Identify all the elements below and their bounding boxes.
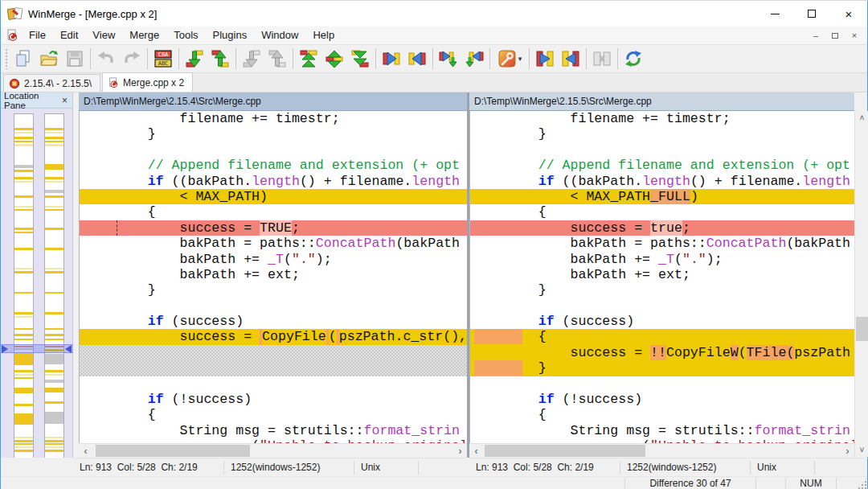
- save-icon: [65, 49, 84, 68]
- copy-all-left-button[interactable]: [558, 47, 583, 71]
- next-difference-button[interactable]: [182, 47, 207, 71]
- copy-right-and-advance-button[interactable]: [436, 47, 461, 71]
- code-line: }: [470, 282, 854, 298]
- right-editor[interactable]: filename += timestr; } // Append filenam…: [469, 111, 854, 443]
- auto-merge-icon: [592, 49, 612, 68]
- right-horizontal-scrollbar[interactable]: ‹ ›: [469, 443, 854, 457]
- minimize-button[interactable]: [756, 1, 793, 27]
- diff-stripe: [45, 401, 63, 404]
- menu-items: FileEditViewMergeToolsPluginsWindowHelp: [22, 27, 342, 44]
- copy-left-button[interactable]: [404, 47, 430, 71]
- code-line: {: [80, 407, 467, 422]
- copy-right-and-advance-icon: [439, 49, 458, 68]
- current-difference-button[interactable]: [321, 47, 347, 71]
- menu-help[interactable]: Help: [305, 29, 342, 41]
- next-conflict-button: [239, 47, 264, 71]
- code-line: [80, 360, 467, 376]
- diff-stripe: [14, 328, 33, 330]
- first-difference-button[interactable]: [296, 47, 321, 71]
- diff-stripe: [45, 209, 63, 211]
- menu-file[interactable]: File: [22, 29, 53, 41]
- toolbar-separator: [90, 48, 91, 69]
- menu-edit[interactable]: Edit: [53, 29, 85, 41]
- text-caret: [117, 220, 117, 236]
- dropdown-caret-icon[interactable]: ▾: [518, 55, 522, 63]
- auto-merge-button: [589, 47, 615, 71]
- left-horizontal-scrollbar[interactable]: ‹ ›: [79, 443, 467, 457]
- copy-left-and-advance-button[interactable]: [461, 47, 487, 71]
- options-icon: [497, 49, 517, 68]
- toolbar-grip[interactable]: [5, 48, 8, 69]
- location-pane-close-icon[interactable]: ×: [60, 95, 69, 106]
- options-button[interactable]: ▾: [493, 47, 526, 71]
- vertical-scrollbar[interactable]: ˄ ˅: [854, 111, 868, 457]
- current-difference-icon: [325, 49, 344, 68]
- diff-stripe: [14, 404, 33, 406]
- refresh-button[interactable]: [620, 47, 646, 71]
- copy-right-button[interactable]: [379, 47, 404, 71]
- maximize-button[interactable]: [793, 1, 830, 27]
- scroll-left-icon[interactable]: ‹: [469, 444, 483, 458]
- diff-stripe: [45, 388, 63, 392]
- code-line: [80, 376, 467, 392]
- tab-file-compare[interactable]: Merge.cpp x 2: [102, 72, 193, 92]
- location-pane: Location Pane ×: [1, 92, 73, 476]
- last-difference-button[interactable]: [347, 47, 373, 71]
- diff-stripe: [45, 271, 63, 273]
- save-button: [62, 47, 88, 71]
- scroll-right-icon[interactable]: ›: [841, 444, 854, 458]
- left-file-header[interactable]: D:\Temp\WinMerge\2.15.4\Src\Merge.cpp: [79, 92, 467, 111]
- menu-merge[interactable]: Merge: [122, 29, 166, 41]
- scroll-left-icon[interactable]: ‹: [79, 444, 92, 458]
- menu-plugins[interactable]: Plugins: [206, 29, 255, 41]
- menu-view[interactable]: View: [85, 29, 122, 41]
- toolbar: CBAABC▾: [1, 45, 867, 73]
- undo-button: [93, 47, 119, 71]
- open-button[interactable]: [36, 47, 62, 71]
- diff-stripe: [45, 443, 63, 445]
- location-bar-left[interactable]: [14, 113, 34, 467]
- mdi-controls: – ×: [806, 28, 864, 43]
- tab-folder-compare[interactable]: 2.15.4\ - 2.15.5\: [3, 74, 100, 92]
- menu-window[interactable]: Window: [254, 29, 305, 41]
- new-button[interactable]: [10, 47, 36, 71]
- previous-difference-button[interactable]: [207, 47, 233, 71]
- swap-panes-button[interactable]: CBAABC: [150, 47, 176, 71]
- right-hscroll-thumb[interactable]: [485, 445, 645, 457]
- code-line: [470, 142, 854, 158]
- left-hscroll-thumb[interactable]: [96, 445, 250, 457]
- diff-stripe: [45, 190, 63, 193]
- copy-all-right-button[interactable]: [532, 47, 558, 71]
- location-bar-right[interactable]: [44, 113, 64, 467]
- new-icon: [14, 49, 33, 68]
- right-file-header[interactable]: D:\Temp\WinMerge\2.15.5\Src\Merge.cpp: [469, 92, 854, 111]
- mdi-minimize-button[interactable]: –: [806, 28, 825, 43]
- mdi-close-button[interactable]: ×: [845, 28, 864, 43]
- cursor-position: Ln: 913 Col: 5/28 Ch: 2/19: [73, 461, 224, 475]
- undo-icon: [96, 49, 116, 68]
- redo-icon: [122, 49, 141, 68]
- code-line: bakPath = paths::ConcatPath(bakPath: [80, 236, 467, 251]
- diff-stripe: [14, 370, 33, 372]
- diff-stripe: [14, 374, 33, 376]
- menu-bar: FileEditViewMergeToolsPluginsWindowHelp …: [1, 27, 867, 45]
- diff-stripe: [14, 388, 33, 393]
- resize-grip[interactable]: [856, 478, 867, 489]
- diff-stripe: [45, 380, 63, 383]
- diff-stripe: [14, 450, 33, 452]
- mdi-restore-button[interactable]: [825, 28, 845, 43]
- menu-tools[interactable]: Tools: [166, 29, 205, 41]
- diff-stripe: [14, 437, 33, 438]
- scroll-down-icon[interactable]: ˅: [855, 443, 868, 457]
- close-button[interactable]: ×: [830, 1, 867, 27]
- toolbar-separator: [147, 48, 148, 69]
- location-view-marker[interactable]: [1, 344, 73, 353]
- diff-stripe: [14, 165, 33, 168]
- code-line: {: [470, 407, 854, 422]
- vscroll-thumb[interactable]: [856, 317, 868, 341]
- scroll-right-icon[interactable]: ›: [453, 444, 467, 458]
- winmerge-window: WinMerge - [Merge.cpp x 2] × FileEditVie…: [0, 0, 868, 489]
- diff-stripe: [45, 292, 63, 294]
- scroll-up-icon[interactable]: ˄: [855, 111, 868, 125]
- left-editor[interactable]: filename += timestr; } // Append filenam…: [79, 111, 467, 443]
